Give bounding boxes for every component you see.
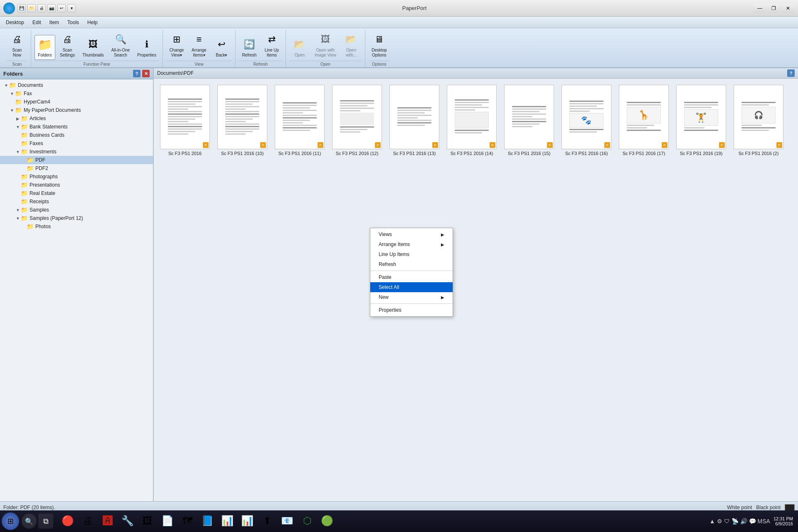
change-view-button[interactable]: ⊞ ChangeView▾	[166, 30, 187, 60]
line-up-items-button[interactable]: ⇄ Line UpItems	[261, 30, 282, 60]
thumb-item-9[interactable]: 🦒 P Sc F3 PS1 2016 (17)	[617, 83, 671, 158]
quick-undo-btn[interactable]: ↩	[57, 4, 66, 12]
taskbar-app-outlook[interactable]: 📧	[278, 512, 297, 530]
taskbar-app-ppt[interactable]: 🔴	[58, 512, 77, 530]
quick-dropdown-btn[interactable]: ▾	[67, 4, 76, 12]
black-point-swatch	[785, 504, 795, 511]
tree-item-photos[interactable]: 📁 Photos	[0, 222, 153, 231]
quick-scan-btn[interactable]: 📷	[47, 4, 56, 12]
tree-item-pdf[interactable]: 📁 PDF	[0, 156, 153, 164]
tree-item-bank-statements[interactable]: ▼ 📁 Bank Statements	[0, 123, 153, 131]
properties-button[interactable]: ℹ Properties	[134, 35, 159, 60]
close-button[interactable]: ✕	[781, 4, 795, 13]
thumb-label-5: Sc F3 PS1 2016 (13)	[393, 151, 436, 156]
thumb-item-2[interactable]: P Sc F3 PS1 2016 (10)	[215, 83, 269, 158]
thumb-item-4[interactable]: P Sc F3 PS1 2016 (12)	[330, 83, 384, 158]
ctx-views[interactable]: Views ▶	[370, 229, 453, 239]
tree-item-hypercam4[interactable]: 📁 HyperCam4	[0, 98, 153, 106]
taskbar-app-printer[interactable]: 🖨	[78, 512, 97, 530]
tree-item-samples-pp12[interactable]: ▼ 📁 Samples (PaperPort 12)	[0, 214, 153, 222]
tray-expand[interactable]: ▲	[709, 518, 715, 525]
task-view-button[interactable]: ⧉	[38, 514, 53, 529]
ctx-line-up-items[interactable]: Line Up Items	[370, 249, 453, 259]
thumb-item-6[interactable]: P Sc F3 PS1 2016 (14)	[445, 83, 499, 158]
taskbar-app-pp2[interactable]: 📊	[238, 512, 257, 530]
taskbar-app-green[interactable]: 🟢	[318, 512, 337, 530]
refresh-button[interactable]: 🔄 Refresh	[239, 35, 260, 60]
tree-item-fax[interactable]: ▼ 📁 Fax	[0, 89, 153, 98]
tree-item-samples[interactable]: ▼ 📁 Samples	[0, 206, 153, 214]
tree-item-paperport-docs[interactable]: ▼ 📁 My PaperPort Documents	[0, 106, 153, 114]
desktop-options-button[interactable]: 🖥 DesktopOptions	[369, 30, 390, 60]
taskbar-app-maps[interactable]: 🗺	[178, 512, 197, 530]
thumb-item-10[interactable]: 🏋 P Sc F3 PS1 2016 (19)	[674, 83, 728, 158]
menu-tools[interactable]: Tools	[63, 18, 83, 27]
tree-item-real-estate[interactable]: 📁 Real Estate	[0, 189, 153, 197]
tree-item-documents[interactable]: ▼ 📁 Documents	[0, 81, 153, 89]
tree-item-pdf2[interactable]: 📁 PDF2	[0, 164, 153, 172]
back-button[interactable]: ↩ Back▾	[211, 35, 232, 60]
quick-print-btn[interactable]: 🖨	[37, 4, 46, 12]
path-help-button[interactable]: ?	[787, 69, 795, 77]
tree-item-presentations[interactable]: 📁 Presentations	[0, 181, 153, 189]
minimize-button[interactable]: —	[753, 4, 766, 13]
tree-item-faxes[interactable]: 📁 Faxes	[0, 139, 153, 148]
ctx-paste[interactable]: Paste	[370, 272, 453, 282]
ctx-paste-label: Paste	[379, 274, 392, 280]
thumb-item-7[interactable]: P Sc F3 PS1 2016 (15)	[502, 83, 556, 158]
toggle-bank-statements[interactable]: ▼	[15, 125, 21, 129]
thumb-item-11[interactable]: 🎧 P Sc F3 PS1 2016 (2)	[732, 83, 786, 158]
ctx-properties[interactable]: Properties	[370, 305, 453, 315]
toggle-samples-pp12[interactable]: ▼	[15, 216, 21, 221]
open-with-button[interactable]: 📂 Openwith...	[341, 30, 362, 60]
toggle-paperport-docs[interactable]: ▼	[9, 108, 15, 113]
panel-close-button[interactable]: ✕	[142, 70, 150, 77]
toggle-articles[interactable]: ▶	[15, 116, 21, 121]
ctx-new[interactable]: New ▶	[370, 292, 453, 302]
thumb-item-3[interactable]: P Sc F3 PS1 2016 (11)	[273, 83, 327, 158]
taskbar-app-ftp[interactable]: ⬆	[258, 512, 277, 530]
search-button[interactable]: 🔍	[22, 514, 37, 529]
menu-desktop[interactable]: Desktop	[2, 18, 28, 27]
taskbar-app-excel[interactable]: 📊	[218, 512, 237, 530]
open-image-view-button[interactable]: 🖼 Open withImage View	[312, 30, 339, 60]
tree-item-photographs[interactable]: 📁 Photographs	[0, 172, 153, 181]
scan-now-button[interactable]: 🖨 ScanNow	[7, 30, 27, 60]
toggle-documents[interactable]: ▼	[3, 83, 9, 88]
menu-item[interactable]: Item	[45, 18, 63, 27]
taskbar-app-hex[interactable]: ⬡	[298, 512, 317, 530]
tree-item-investments[interactable]: ▼ 📁 Investments	[0, 148, 153, 156]
quick-folder-btn[interactable]: 📁	[27, 4, 36, 12]
taskbar-app-word[interactable]: 📄	[158, 512, 177, 530]
all-in-one-button[interactable]: 🔍 All-in-OneSearch	[108, 30, 133, 60]
ctx-refresh[interactable]: Refresh	[370, 259, 453, 269]
ctx-select-all[interactable]: Select All	[370, 282, 453, 292]
tree-item-business-cards[interactable]: 📁 Business Cards	[0, 131, 153, 139]
folders-button[interactable]: 📁 Folders	[34, 35, 55, 60]
maximize-button[interactable]: ❐	[767, 4, 781, 13]
scan-settings-button[interactable]: 🖨 ScanSettings	[57, 30, 78, 60]
tree-item-articles[interactable]: ▶ 📁 Articles	[0, 114, 153, 123]
back-label: Back▾	[216, 53, 227, 58]
start-button[interactable]: ⊞	[2, 512, 19, 530]
thumbnails-button[interactable]: 🖼 Thumbnails	[79, 35, 107, 60]
ctx-arrange-items[interactable]: Arrange Items ▶	[370, 239, 453, 249]
toggle-fax[interactable]: ▼	[9, 91, 15, 96]
toggle-investments[interactable]: ▼	[15, 150, 21, 154]
taskbar-app-blue[interactable]: 📘	[198, 512, 217, 530]
panel-help-button[interactable]: ?	[133, 70, 140, 77]
quick-save-btn[interactable]: 💾	[17, 4, 26, 12]
thumb-item-1[interactable]: P Sc F3 PS1 2016	[158, 83, 212, 158]
taskbar-app-image[interactable]: 🖼	[138, 512, 157, 530]
arrange-items-button[interactable]: ≡ ArrangeItems▾	[189, 30, 209, 60]
tree-item-receipts[interactable]: 📁 Receipts	[0, 197, 153, 206]
open-button[interactable]: 📂 Open	[289, 35, 310, 60]
taskbar-app-tools[interactable]: 🔧	[118, 512, 137, 530]
menu-edit[interactable]: Edit	[28, 18, 45, 27]
open-with-icon: 📂	[344, 32, 359, 47]
menu-help[interactable]: Help	[83, 18, 102, 27]
taskbar-app-acrobat[interactable]: 🅰	[98, 512, 117, 530]
thumb-item-5[interactable]: P Sc F3 PS1 2016 (13)	[387, 83, 441, 158]
toggle-samples[interactable]: ▼	[15, 208, 21, 212]
thumb-item-8[interactable]: 🐾 P Sc F3 PS1 2016 (16)	[559, 83, 613, 158]
